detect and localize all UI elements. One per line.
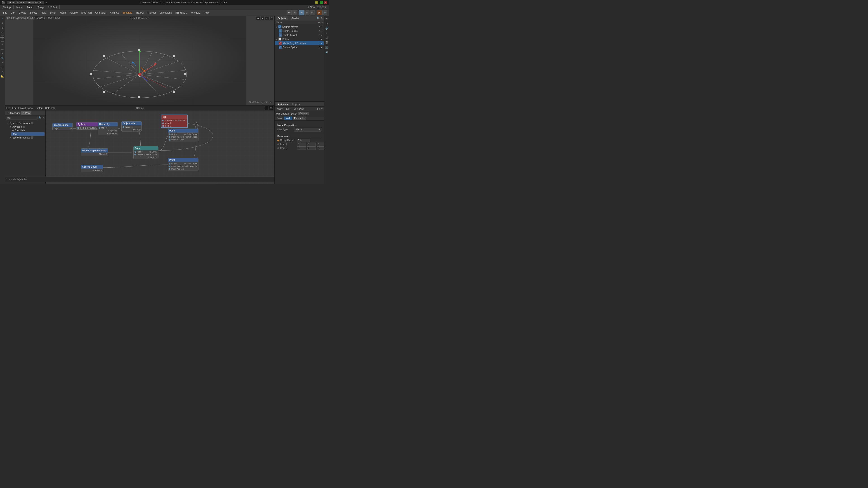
- xpool-search-input[interactable]: [6, 116, 37, 120]
- attr-mode-userdata[interactable]: User Data: [292, 107, 305, 110]
- input2-z[interactable]: [317, 147, 324, 150]
- toolbar-scale[interactable]: ⊡: [305, 10, 309, 15]
- attr-nav-back[interactable]: ◀: [316, 107, 318, 110]
- menu-extensions[interactable]: Extensions: [158, 11, 173, 14]
- input2-x[interactable]: [297, 147, 306, 150]
- vp-menu-display[interactable]: Display: [27, 16, 35, 19]
- ne-menu-custom[interactable]: Custom: [35, 107, 43, 109]
- icon-gear[interactable]: ⚙: [325, 22, 329, 26]
- icon-sound[interactable]: 🔊: [325, 50, 329, 54]
- node-canvas-area[interactable]: Cloner.Spline Object Python: [46, 110, 274, 184]
- menu-script[interactable]: Script: [49, 11, 57, 14]
- menu-model[interactable]: Model: [14, 5, 25, 9]
- obj-cloner-spline[interactable]: ⬡ Cloner.Spline ✓ ✓: [275, 45, 324, 49]
- tab-new[interactable]: +: [44, 1, 49, 4]
- menu-mesh[interactable]: Mesh: [25, 5, 35, 9]
- close-button[interactable]: ✕: [324, 1, 327, 4]
- custom-button[interactable]: Custom: [298, 112, 309, 115]
- om-tab-objects[interactable]: Objects: [276, 17, 288, 20]
- attr-nav-parameter[interactable]: Parameter: [293, 117, 306, 120]
- tool-circle[interactable]: ○: [0, 61, 4, 65]
- node-data[interactable]: Data Index Count Object: [133, 146, 158, 159]
- ne-menu-edit[interactable]: Edit: [12, 107, 17, 109]
- tool-wrench[interactable]: 🔧: [0, 56, 4, 60]
- tree-system-operators[interactable]: ▼ System Operators: [6, 121, 44, 125]
- input1-y[interactable]: [307, 142, 316, 146]
- ne-btn-close[interactable]: ✕: [269, 106, 273, 110]
- ne-menu-file[interactable]: File: [6, 107, 10, 109]
- menu-simulate[interactable]: Simulate: [121, 11, 133, 14]
- ne-btn-minus[interactable]: −: [264, 106, 268, 110]
- tool-curve[interactable]: ∿: [0, 70, 4, 74]
- maximize-button[interactable]: □: [320, 1, 323, 4]
- xpool-clear-btn[interactable]: ✕: [42, 116, 44, 119]
- attr-tab-layers[interactable]: Layers: [291, 102, 301, 106]
- obj-source-mover[interactable]: ▶ ⬡ Source Mover ✓ ✓: [275, 25, 324, 29]
- input1-z[interactable]: [317, 142, 324, 146]
- vp-refresh[interactable]: ⟳: [265, 16, 269, 20]
- menu-create[interactable]: Create: [18, 11, 28, 14]
- menu-animate[interactable]: Animate: [108, 11, 120, 14]
- om-search-icon[interactable]: 🔍: [316, 17, 320, 20]
- tool-scale[interactable]: ⬡: [0, 30, 4, 34]
- attr-settings[interactable]: ⚙: [321, 107, 323, 110]
- menu-volume[interactable]: Volume: [68, 11, 79, 14]
- tool-rect[interactable]: □: [0, 65, 4, 69]
- attr-nav-node[interactable]: Node: [284, 117, 292, 120]
- obj-circle-target[interactable]: ○ Circle.Target ✓ ✓: [275, 33, 324, 37]
- tree-system-presets[interactable]: ▼ System Presets: [8, 136, 44, 139]
- node-python[interactable]: Python Input 1 Output1: [76, 122, 98, 130]
- timeline-ruler[interactable]: 0 10 20 30 40 50 60 70 80 90: [13, 184, 215, 185]
- obj-matrix-target[interactable]: ⬡ Matrix.Target.Positions ✓ ✓: [275, 41, 324, 45]
- viewport-3d[interactable]: ◀ View Cameras Display Options Filter Pa…: [5, 16, 274, 105]
- vp-menu-panel[interactable]: Panel: [54, 16, 60, 19]
- mixing-factor-input[interactable]: [297, 139, 310, 142]
- menu-uvEdit[interactable]: UV Edit: [46, 5, 59, 9]
- node-object-index[interactable]: Object Index Instance Index: [121, 121, 142, 131]
- node-point-1[interactable]: Point Object Point Count Point Index: [168, 129, 198, 141]
- node-mix[interactable]: Mix Mixing Factor Output Input 1: [161, 115, 188, 128]
- icon-camera[interactable]: 📷: [325, 45, 329, 49]
- icon-hex[interactable]: ⬡: [325, 36, 329, 40]
- input2-y[interactable]: [307, 147, 316, 150]
- menu-window[interactable]: Window: [190, 11, 202, 14]
- toolbar-move[interactable]: ✥: [299, 10, 304, 15]
- icon-eye[interactable]: 👁: [325, 17, 329, 21]
- tool-line[interactable]: —: [0, 47, 4, 51]
- vp-menu-filter[interactable]: Filter: [46, 16, 52, 19]
- data-type-select[interactable]: Vector Float Integer: [294, 128, 321, 131]
- menu-insydium[interactable]: INSYDIUM: [174, 11, 189, 14]
- vp-nav-next[interactable]: ▶: [260, 16, 265, 20]
- minimize-button[interactable]: ─: [315, 1, 318, 4]
- tool-cut[interactable]: ✂: [0, 52, 4, 56]
- vp-menu-options[interactable]: Options: [37, 16, 45, 19]
- node-hierarchy[interactable]: Hierarchy Object Object Instan: [98, 122, 118, 135]
- attr-mode-edit[interactable]: Edit: [285, 107, 291, 110]
- toolbar-render[interactable]: ▶: [317, 10, 322, 15]
- menu-character[interactable]: Character: [94, 11, 107, 14]
- tool-move[interactable]: ✥: [0, 21, 4, 25]
- toolbar-redo[interactable]: ↪: [292, 10, 297, 15]
- menu-help[interactable]: Help: [202, 11, 210, 14]
- attr-mode-mode[interactable]: Mode: [276, 107, 284, 110]
- vp-maximize[interactable]: ⬡: [270, 16, 274, 20]
- xpool-search-btn[interactable]: 🔍: [38, 116, 41, 119]
- ne-menu-layout[interactable]: Layout: [18, 107, 26, 109]
- attr-tab-attributes[interactable]: Attributes: [276, 102, 289, 106]
- attr-nav-basic[interactable]: Basic: [276, 117, 284, 120]
- xpool-tab-manager[interactable]: X-Manager: [6, 111, 21, 115]
- menu-tools[interactable]: Tools: [39, 11, 48, 14]
- tool-measure[interactable]: 📐: [0, 74, 4, 78]
- xpool-tab-pool[interactable]: X-Pool: [21, 111, 31, 115]
- menu-edit[interactable]: Edit: [9, 11, 17, 14]
- ne-menu-view[interactable]: View: [28, 107, 33, 109]
- node-matrix-target[interactable]: Matrix.target.Positions Object: [81, 149, 108, 156]
- om-tab-guides[interactable]: Guides: [289, 17, 301, 20]
- node-source-mover[interactable]: Source Mover Position: [81, 165, 103, 172]
- node-cloner-spline[interactable]: Cloner.Spline Object: [53, 123, 73, 130]
- tree-xpresso[interactable]: ▼ XPresso: [8, 125, 44, 129]
- om-settings-icon[interactable]: ⚙: [320, 17, 323, 20]
- menu-mograph[interactable]: MoGraph: [80, 11, 93, 14]
- menu-sculpt[interactable]: Sculpt: [35, 5, 46, 9]
- menu-mesh2[interactable]: Mesh: [58, 11, 67, 14]
